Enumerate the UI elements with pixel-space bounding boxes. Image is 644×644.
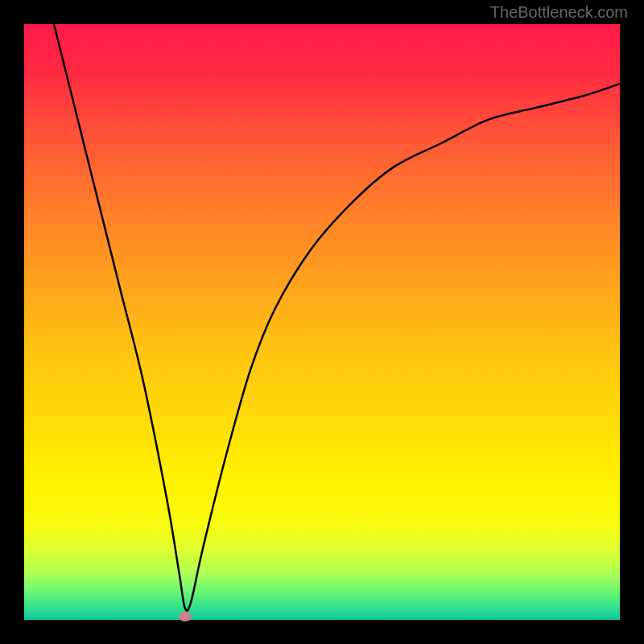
watermark-text: TheBottleneck.com	[490, 3, 628, 22]
chart-plot-area	[24, 24, 620, 620]
bottleneck-curve	[54, 24, 620, 611]
minimum-marker	[179, 612, 192, 621]
chart-curve-svg	[24, 24, 620, 620]
